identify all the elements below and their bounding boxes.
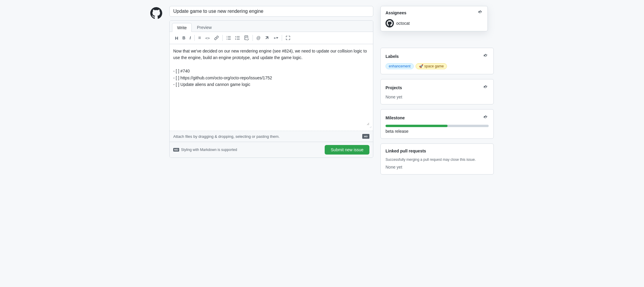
- projects-section-title: Projects: [386, 85, 402, 90]
- editor-body: ⌟: [170, 44, 373, 131]
- github-logo: [150, 7, 162, 19]
- mention-button[interactable]: @: [255, 35, 262, 41]
- popup-header: Assignees: [386, 10, 483, 16]
- assignee-row: octocat: [386, 19, 483, 27]
- attach-area: Attach files by dragging & dropping, sel…: [170, 131, 373, 142]
- label-enhancement: enhancement: [386, 63, 414, 69]
- assignee-name: octocat: [396, 21, 410, 26]
- toolbar-divider-3: [253, 35, 253, 41]
- milestone-bar-fill: [386, 125, 448, 127]
- code-button[interactable]: <>: [203, 35, 212, 41]
- milestone-progress-bar: [386, 125, 489, 127]
- editor-footer: MD Styling with Markdown is supported Su…: [170, 142, 373, 158]
- labels-section: Labels enhancement 🚀 space game: [380, 48, 494, 74]
- ordered-list-button[interactable]: [233, 34, 242, 41]
- fullscreen-button[interactable]: [284, 34, 292, 41]
- assignees-popup: Assignees octocat: [380, 6, 488, 31]
- heading-button[interactable]: H: [173, 35, 180, 41]
- projects-value: None yet: [386, 95, 402, 99]
- milestone-gear-button[interactable]: [483, 114, 489, 121]
- toolbar-divider-4: [282, 35, 282, 41]
- label-space-game: 🚀 space game: [416, 63, 447, 69]
- milestone-section-header: Milestone: [386, 114, 489, 121]
- projects-section: Projects None yet: [380, 79, 494, 104]
- avatar: [386, 19, 394, 27]
- undo-button[interactable]: ↩ ▾: [272, 35, 280, 41]
- milestone-name: beta release: [386, 129, 408, 134]
- labels-gear-button[interactable]: [483, 53, 489, 60]
- issue-form: Write Preview H B I ≡ <>: [169, 6, 373, 158]
- labels-section-header: Labels: [386, 53, 489, 60]
- toolbar-divider-2: [222, 35, 223, 41]
- attach-text: Attach files by dragging & dropping, sel…: [173, 134, 280, 139]
- milestone-section-title: Milestone: [386, 115, 405, 120]
- markdown-notice-text: Styling with Markdown is supported: [181, 148, 237, 152]
- issue-body-textarea[interactable]: [173, 48, 369, 125]
- linked-prs-description: Successfully merging a pull request may …: [386, 157, 489, 162]
- issue-title-input[interactable]: [169, 6, 373, 17]
- editor-toolbar: H B I ≡ <> @: [170, 32, 373, 44]
- cross-reference-button[interactable]: [263, 34, 271, 41]
- linked-prs-title: Linked pull requests: [386, 149, 426, 153]
- labels-container: enhancement 🚀 space game: [386, 63, 489, 69]
- linked-prs-section-header: Linked pull requests: [386, 149, 489, 153]
- right-panel: Assignees octocat Labels: [380, 6, 494, 179]
- editor-container: Write Preview H B I ≡ <>: [169, 20, 373, 158]
- markdown-footer-icon: MD: [173, 148, 179, 152]
- milestone-section: Milestone beta release: [380, 109, 494, 139]
- tab-write[interactable]: Write: [172, 23, 192, 32]
- tab-preview[interactable]: Preview: [192, 23, 217, 32]
- italic-button[interactable]: I: [188, 35, 193, 41]
- sidebar-sections: Labels enhancement 🚀 space game Projects: [380, 48, 494, 175]
- blockquote-button[interactable]: ≡: [196, 34, 203, 41]
- submit-issue-button[interactable]: Submit new issue: [325, 145, 369, 155]
- toolbar-divider-1: [194, 35, 195, 41]
- markdown-notice: MD Styling with Markdown is supported: [173, 148, 237, 152]
- link-button[interactable]: [212, 34, 221, 41]
- projects-section-header: Projects: [386, 84, 489, 91]
- linked-prs-value: None yet: [386, 165, 402, 169]
- markdown-icon: MD: [362, 134, 369, 139]
- resize-handle: ⌟: [369, 122, 372, 130]
- assignees-gear-button[interactable]: [478, 10, 483, 16]
- linked-prs-section: Linked pull requests Successfully mergin…: [380, 144, 494, 175]
- bold-button[interactable]: B: [181, 35, 187, 41]
- projects-gear-button[interactable]: [483, 84, 489, 91]
- unordered-list-button[interactable]: [225, 34, 233, 41]
- editor-tabs: Write Preview: [170, 21, 373, 32]
- labels-section-title: Labels: [386, 54, 399, 59]
- task-list-button[interactable]: [242, 34, 251, 41]
- assignees-popup-title: Assignees: [386, 10, 406, 15]
